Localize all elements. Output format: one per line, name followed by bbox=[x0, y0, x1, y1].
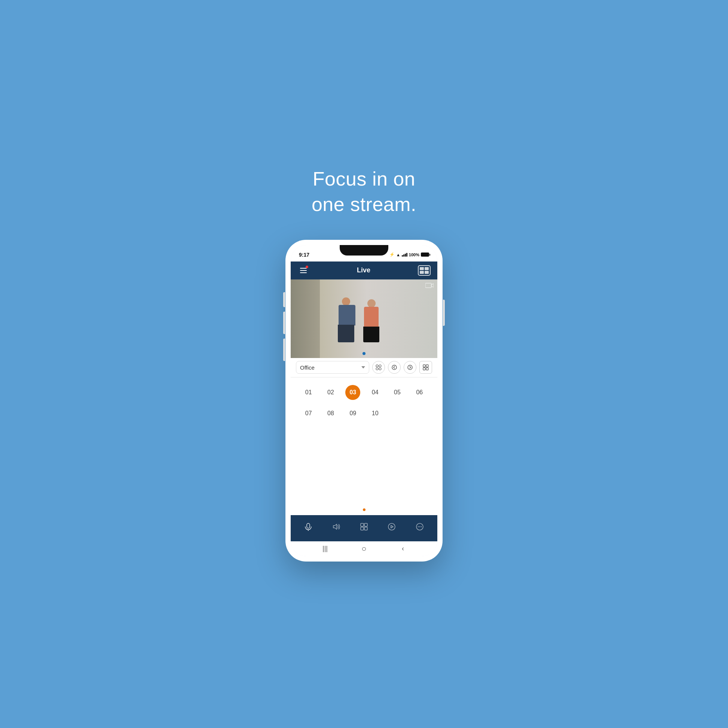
svg-rect-0 bbox=[425, 283, 431, 288]
headline-line2: one stream. bbox=[312, 193, 416, 215]
svg-rect-10 bbox=[426, 368, 428, 370]
svg-rect-14 bbox=[364, 523, 367, 526]
camera-08[interactable]: 08 bbox=[320, 406, 341, 421]
tab-volume[interactable] bbox=[328, 518, 344, 535]
bluetooth-icon: ⚡ bbox=[390, 252, 395, 257]
tab-grid[interactable] bbox=[356, 518, 372, 535]
svg-point-17 bbox=[388, 523, 395, 530]
grid-cell bbox=[425, 267, 429, 270]
phone-screen: 9:17 ⚡ ▲ 100% bbox=[291, 245, 437, 556]
location-value: Office bbox=[300, 364, 315, 371]
camera-10[interactable]: 10 bbox=[364, 406, 386, 421]
volume-down-button bbox=[283, 338, 285, 361]
camera-09[interactable]: 09 bbox=[342, 406, 364, 421]
svg-rect-8 bbox=[426, 365, 428, 367]
svg-point-4 bbox=[379, 368, 381, 370]
battery-icon bbox=[421, 252, 429, 257]
prev-camera-button[interactable] bbox=[388, 361, 401, 374]
location-selector[interactable]: Office bbox=[296, 361, 369, 374]
camera-06[interactable]: 06 bbox=[408, 385, 431, 400]
camera-stream bbox=[291, 280, 437, 358]
person-1-head bbox=[342, 297, 350, 306]
svg-point-3 bbox=[376, 368, 378, 370]
video-feed[interactable] bbox=[291, 280, 437, 358]
phone-device: 9:17 ⚡ ▲ 100% bbox=[286, 240, 442, 561]
svg-rect-15 bbox=[361, 527, 364, 530]
person-2-head bbox=[367, 299, 376, 307]
volume-up-button bbox=[283, 312, 285, 334]
headline: Focus in on one stream. bbox=[312, 167, 416, 239]
mute-button bbox=[283, 292, 285, 307]
svg-rect-13 bbox=[361, 523, 364, 526]
hamburger-icon bbox=[300, 268, 307, 273]
tab-play[interactable] bbox=[384, 518, 400, 535]
camera-groups-button[interactable] bbox=[372, 361, 385, 374]
nav-bar: Live bbox=[291, 262, 437, 280]
person-2-legs bbox=[363, 327, 379, 342]
home-button[interactable]: ○ bbox=[359, 544, 369, 553]
phone-notch bbox=[340, 245, 388, 255]
grid-cell bbox=[420, 271, 424, 274]
svg-point-6 bbox=[408, 365, 412, 370]
camera-01[interactable]: 01 bbox=[297, 385, 320, 400]
notification-dot bbox=[306, 266, 308, 268]
status-time: 9:17 bbox=[299, 252, 309, 258]
svg-point-1 bbox=[376, 365, 378, 367]
view-toggle-button[interactable] bbox=[418, 265, 431, 276]
person-2-torso bbox=[364, 307, 379, 327]
person-2-body bbox=[361, 299, 382, 342]
camera-03[interactable]: 03 bbox=[345, 385, 360, 400]
next-camera-button[interactable] bbox=[404, 361, 416, 374]
camera-02[interactable]: 02 bbox=[320, 385, 341, 400]
camera-grid: 01 02 03 04 05 06 07 08 09 10 bbox=[291, 378, 437, 505]
svg-point-2 bbox=[379, 365, 381, 367]
person-1 bbox=[335, 297, 357, 342]
video-indicator-dot bbox=[362, 352, 366, 355]
headline-line1: Focus in on bbox=[313, 168, 415, 190]
person-1-body bbox=[335, 297, 357, 342]
battery-percent: 100% bbox=[409, 252, 419, 257]
page-dots bbox=[291, 505, 437, 515]
wifi-icon: ▲ bbox=[396, 252, 400, 257]
camera-overlay-icon bbox=[425, 283, 434, 290]
tab-more[interactable] bbox=[411, 518, 428, 535]
person-2 bbox=[361, 299, 382, 342]
svg-rect-9 bbox=[423, 368, 425, 370]
person-1-legs bbox=[338, 325, 354, 342]
svg-rect-11 bbox=[307, 523, 310, 528]
svg-rect-16 bbox=[364, 527, 367, 530]
svg-point-5 bbox=[392, 365, 396, 370]
chevron-down-icon bbox=[361, 366, 365, 369]
grid-view-button[interactable] bbox=[419, 361, 432, 374]
svg-point-20 bbox=[419, 526, 420, 527]
svg-rect-7 bbox=[423, 365, 425, 367]
status-icons: ⚡ ▲ 100% bbox=[390, 252, 429, 257]
camera-07[interactable]: 07 bbox=[297, 406, 320, 421]
svg-point-21 bbox=[421, 526, 422, 527]
recents-button[interactable]: ‹ bbox=[398, 544, 407, 553]
power-button bbox=[443, 300, 445, 326]
tab-bar bbox=[291, 515, 437, 541]
svg-point-19 bbox=[418, 526, 419, 527]
signal-icon bbox=[402, 253, 407, 257]
controls-row: Office bbox=[291, 358, 437, 378]
person-1-torso bbox=[338, 305, 355, 326]
page-dot-1 bbox=[363, 508, 366, 511]
back-button[interactable]: ||| bbox=[321, 544, 330, 553]
tab-microphone[interactable] bbox=[300, 518, 317, 535]
camera-05[interactable]: 05 bbox=[386, 385, 408, 400]
nav-title: Live bbox=[357, 266, 370, 274]
grid-cell bbox=[425, 271, 429, 274]
grid-cell bbox=[420, 267, 424, 270]
camera-04[interactable]: 04 bbox=[364, 385, 386, 400]
menu-button[interactable] bbox=[297, 265, 309, 277]
home-indicator: ||| ○ ‹ bbox=[291, 541, 437, 556]
